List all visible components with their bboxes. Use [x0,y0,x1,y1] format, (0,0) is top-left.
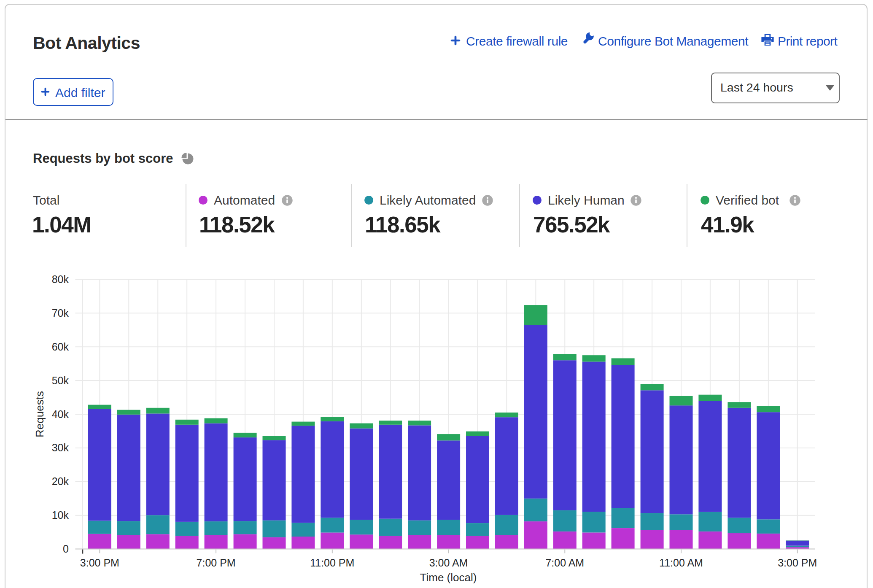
svg-text:Requests: Requests [33,391,46,437]
svg-text:Time (local): Time (local) [420,571,477,584]
svg-text:50k: 50k [52,375,69,386]
svg-text:3:00 AM: 3:00 AM [429,557,468,569]
svg-text:70k: 70k [52,307,69,319]
svg-text:10k: 10k [52,509,69,521]
svg-text:7:00 AM: 7:00 AM [545,557,584,569]
svg-text:30k: 30k [52,442,69,453]
svg-text:11:00 AM: 11:00 AM [659,557,703,569]
svg-text:11:00 PM: 11:00 PM [310,557,354,569]
svg-text:0: 0 [63,543,69,555]
svg-text:7:00 PM: 7:00 PM [197,557,236,569]
svg-text:60k: 60k [52,341,69,353]
svg-text:3:00 PM: 3:00 PM [778,557,817,569]
svg-text:3:00 PM: 3:00 PM [80,557,119,569]
svg-text:40k: 40k [52,408,69,420]
svg-text:20k: 20k [52,475,69,487]
svg-text:80k: 80k [52,273,69,285]
